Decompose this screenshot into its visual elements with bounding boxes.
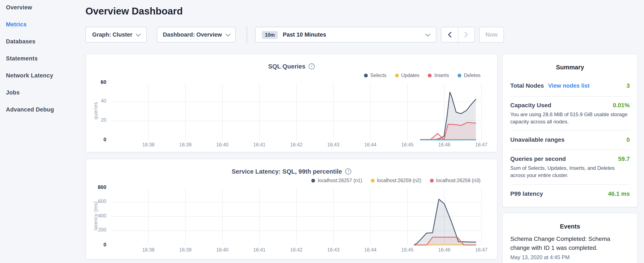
x-axis-tick-label: 16:47	[468, 247, 494, 252]
chart-canvas[interactable]: 16:3816:3916:4016:4116:4216:4316:4416:45…	[86, 54, 497, 152]
x-axis-tick-label: 16:39	[173, 142, 198, 147]
x-axis-tick-label: 16:41	[247, 142, 272, 147]
x-axis-tick-label: 16:38	[136, 247, 161, 252]
sidebar-item-databases[interactable]: Databases	[6, 38, 36, 46]
y-axis-tick-label: 0	[87, 242, 106, 248]
summary-row-unavailable: Unavailable ranges 0	[510, 136, 630, 143]
chevron-left-icon	[448, 32, 452, 38]
summary-row-capacity: Capacity Used 0.01% You are using 28.6 M…	[510, 102, 630, 125]
next-time-button[interactable]	[458, 27, 474, 42]
sidebar-item-statements[interactable]: Statements	[6, 55, 38, 63]
qps-description: Sum of Selects, Updates, Inserts, and De…	[510, 165, 630, 179]
unavailable-ranges-value: 0	[626, 136, 630, 143]
x-axis-tick-label: 16:42	[284, 247, 309, 252]
now-button[interactable]: Now	[479, 27, 504, 43]
divider	[510, 96, 630, 97]
p99-latency-label: P99 latency	[510, 190, 543, 197]
sidebar: Overview Metrics Databases Statements Ne…	[0, 0, 81, 263]
previous-time-button[interactable]	[442, 27, 458, 42]
x-axis-tick-label: 16:45	[394, 247, 420, 252]
time-range-dropdown[interactable]: 10m Past 10 Minutes	[255, 27, 436, 43]
x-axis-tick-label: 16:45	[394, 142, 420, 147]
chart-svg	[86, 159, 498, 259]
chevron-down-icon	[426, 32, 430, 36]
sql-queries-chart-card: SQL Queries i SelectsUpdatesInsertsDelet…	[86, 54, 498, 152]
qps-label: Queries per second	[510, 155, 566, 162]
unavailable-ranges-label: Unavailable ranges	[510, 136, 564, 143]
y-axis-tick-label: 60	[87, 79, 106, 85]
divider	[510, 184, 630, 185]
summary-row-qps: Queries per second 59.7 Sum of Selects, …	[510, 155, 630, 179]
sidebar-item-jobs[interactable]: Jobs	[6, 89, 20, 97]
x-axis-tick-label: 16:42	[284, 142, 309, 147]
capacity-description: You are using 28.6 MiB of 515.9 GiB usab…	[510, 111, 630, 125]
chevron-down-icon	[225, 32, 230, 36]
x-axis-tick-label: 16:41	[247, 247, 272, 252]
dashboard-dropdown[interactable]: Dashboard: Overview	[157, 27, 236, 43]
y-axis-title: latency (ms)	[93, 190, 98, 241]
y-axis-title: queries	[93, 85, 98, 136]
service-latency-chart-card: Service Latency: SQL, 99th percentile i …	[86, 159, 498, 259]
x-axis-tick-label: 16:44	[358, 142, 383, 147]
p99-latency-value: 46.1 ms	[608, 190, 630, 197]
x-axis-tick-label: 16:43	[320, 247, 346, 252]
capacity-value: 0.01%	[613, 102, 630, 109]
chevron-right-icon	[464, 32, 468, 38]
qps-value: 59.7	[618, 155, 630, 162]
x-axis-tick-label: 16:46	[432, 247, 457, 252]
sidebar-item-network-latency[interactable]: Network Latency	[6, 72, 53, 80]
events-panel: Events Schema Change Completed: Schema c…	[502, 213, 638, 263]
x-axis-tick-label: 16:38	[136, 142, 161, 147]
toolbar-divider	[247, 26, 247, 43]
capacity-label: Capacity Used	[510, 102, 551, 109]
chart-svg	[86, 54, 498, 152]
event-timestamp: May 13, 2020 at 4:45 PM	[510, 254, 570, 260]
summary-row-total-nodes: Total Nodes View nodes list 3	[510, 82, 630, 89]
view-nodes-list-link[interactable]: View nodes list	[548, 83, 626, 89]
graph-scope-dropdown-label: Graph: Cluster	[92, 32, 132, 38]
sidebar-item-overview[interactable]: Overview	[6, 4, 32, 12]
x-axis-tick-label: 16:44	[358, 247, 383, 252]
time-step-buttons	[441, 27, 475, 43]
app-root: Overview Metrics Databases Statements Ne…	[0, 0, 644, 263]
x-axis-tick-label: 16:47	[468, 142, 494, 147]
sidebar-item-metrics[interactable]: Metrics	[6, 21, 26, 29]
events-title: Events	[502, 223, 638, 230]
graph-scope-dropdown[interactable]: Graph: Cluster	[86, 27, 147, 43]
summary-row-p99: P99 latency 46.1 ms	[510, 190, 630, 197]
divider	[510, 149, 630, 150]
x-axis-tick-label: 16:43	[320, 142, 346, 147]
time-range-badge: 10m	[262, 31, 278, 39]
x-axis-tick-label: 16:39	[173, 247, 198, 252]
total-nodes-label: Total Nodes	[510, 82, 544, 89]
y-axis-tick-label: 0	[87, 137, 106, 143]
x-axis-tick-label: 16:40	[210, 142, 235, 147]
total-nodes-value: 3	[626, 82, 630, 89]
time-range-label: Past 10 Minutes	[283, 32, 421, 38]
chart-canvas[interactable]: 16:3816:3916:4016:4116:4216:4316:4416:45…	[86, 159, 497, 259]
event-message[interactable]: Schema Change Completed: Schema change w…	[510, 234, 616, 252]
dashboard-dropdown-label: Dashboard: Overview	[163, 32, 222, 38]
y-axis-tick-label: 800	[87, 184, 106, 190]
summary-title: Summary	[502, 64, 638, 71]
summary-panel: Summary Total Nodes View nodes list 3 Ca…	[502, 54, 638, 207]
x-axis-tick-label: 16:40	[210, 247, 235, 252]
page-title: Overview Dashboard	[86, 6, 183, 17]
x-axis-tick-label: 16:46	[432, 142, 457, 147]
sidebar-item-advanced-debug[interactable]: Advanced Debug	[6, 106, 54, 114]
chevron-down-icon	[136, 32, 141, 36]
divider	[510, 130, 630, 131]
